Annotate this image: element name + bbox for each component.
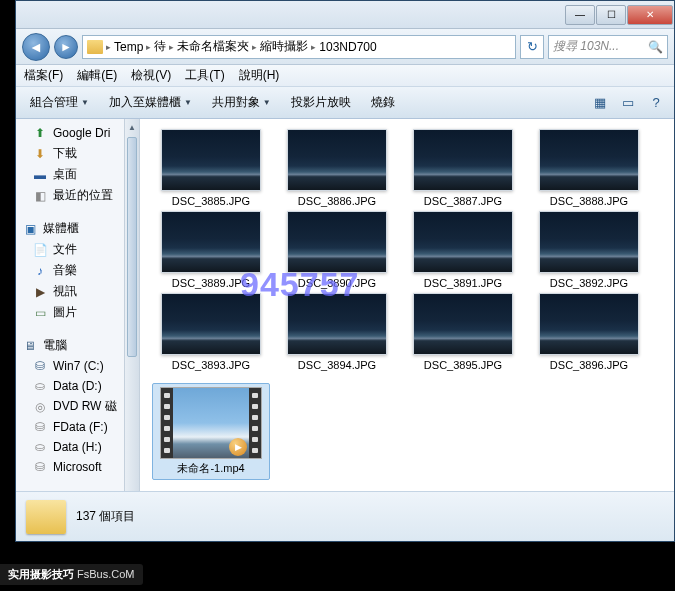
back-button[interactable]: ◄ [22, 33, 50, 61]
explorer-window: — ☐ ✕ ◄ ► ▸ Temp▸ 待▸ 未命名檔案夾▸ 縮時攝影▸ 103ND… [15, 0, 675, 542]
maximize-button[interactable]: ☐ [596, 5, 626, 25]
file-name: DSC_3893.JPG [152, 359, 270, 371]
file-tile[interactable]: DSC_3891.JPG [404, 211, 522, 289]
status-text: 137 個項目 [76, 508, 135, 525]
slideshow-button[interactable]: 投影片放映 [283, 91, 359, 114]
menu-tools[interactable]: 工具(T) [185, 67, 224, 84]
address-bar[interactable]: ▸ Temp▸ 待▸ 未命名檔案夾▸ 縮時攝影▸ 103ND700 [82, 35, 516, 59]
sidebar-scrollbar[interactable]: ▲ ▼ [124, 119, 140, 541]
file-tile[interactable]: DSC_3894.JPG [278, 293, 396, 371]
status-bar: 137 個項目 [16, 491, 674, 541]
sidebar-item-favorite[interactable]: ◧最近的位置 [16, 185, 124, 206]
forward-button[interactable]: ► [54, 35, 78, 59]
file-name: DSC_3886.JPG [278, 195, 396, 207]
breadcrumb[interactable]: Temp [114, 40, 143, 54]
sidebar-item-library[interactable]: ▶視訊 [16, 281, 124, 302]
sidebar-item-drive[interactable]: ◎DVD RW 磁 [16, 396, 124, 417]
sidebar-item-icon: ◧ [32, 188, 48, 204]
breadcrumb-sep: ▸ [106, 42, 111, 52]
search-input[interactable]: 搜尋 103N... 🔍 [548, 35, 668, 59]
breadcrumb[interactable]: 103ND700 [319, 40, 376, 54]
file-tile-video[interactable]: ▶ 未命名-1.mp4 [152, 383, 270, 480]
sidebar-item-label: 文件 [53, 241, 77, 258]
sidebar-item-label: 桌面 [53, 166, 77, 183]
sidebar-item-drive[interactable]: ⛀Data (D:) [16, 376, 124, 396]
sidebar-item-label: 視訊 [53, 283, 77, 300]
scroll-up-icon[interactable]: ▲ [125, 119, 139, 135]
file-name: 未命名-1.mp4 [153, 461, 269, 476]
sidebar-item-favorite[interactable]: ▬桌面 [16, 164, 124, 185]
sidebar-group-libraries[interactable]: ▣ 媒體櫃 [16, 216, 139, 239]
sidebar-group-computer[interactable]: 🖥 電腦 [16, 333, 139, 356]
sidebar-item-library[interactable]: 📄文件 [16, 239, 124, 260]
body: ⬆Google Dri⬇下載▬桌面◧最近的位置 ▣ 媒體櫃 📄文件♪音樂▶視訊▭… [16, 119, 674, 541]
file-tile[interactable]: DSC_3892.JPG [530, 211, 648, 289]
file-grid[interactable]: DSC_3885.JPGDSC_3886.JPGDSC_3887.JPGDSC_… [140, 119, 674, 541]
sidebar-item-library[interactable]: ▭圖片 [16, 302, 124, 323]
sidebar-item-icon: ▭ [32, 305, 48, 321]
organize-button[interactable]: 組合管理▼ [22, 91, 97, 114]
file-tile[interactable]: DSC_3893.JPG [152, 293, 270, 371]
burn-button[interactable]: 燒錄 [363, 91, 403, 114]
file-name: DSC_3894.JPG [278, 359, 396, 371]
refresh-button[interactable]: ↻ [520, 35, 544, 59]
image-thumbnail [161, 293, 261, 355]
sidebar-item-icon: ◎ [32, 399, 48, 415]
sidebar-item-icon: 📄 [32, 242, 48, 258]
image-thumbnail [287, 129, 387, 191]
sidebar-item-icon: ⛁ [32, 358, 48, 374]
corner-badge: 实用摄影技巧 FsBus.CoM [0, 564, 143, 585]
sidebar-item-label: Data (D:) [53, 379, 102, 393]
image-thumbnail [413, 293, 513, 355]
file-tile[interactable]: DSC_3890.JPG [278, 211, 396, 289]
sidebar-item-label: Google Dri [53, 126, 110, 140]
add-to-library-button[interactable]: 加入至媒體櫃▼ [101, 91, 200, 114]
menu-view[interactable]: 檢視(V) [131, 67, 171, 84]
file-tile[interactable]: DSC_3895.JPG [404, 293, 522, 371]
toolbar: 組合管理▼ 加入至媒體櫃▼ 共用對象▼ 投影片放映 燒錄 ▦ ▭ ? [16, 87, 674, 119]
scroll-thumb[interactable] [127, 137, 137, 357]
preview-pane-icon[interactable]: ▭ [616, 91, 640, 115]
video-thumbnail: ▶ [160, 387, 262, 459]
breadcrumb[interactable]: 未命名檔案夾 [177, 38, 249, 55]
sidebar-item-drive[interactable]: ⛀Data (H:) [16, 437, 124, 457]
help-icon[interactable]: ? [644, 91, 668, 115]
file-tile[interactable]: DSC_3889.JPG [152, 211, 270, 289]
file-tile[interactable]: DSC_3885.JPG [152, 129, 270, 207]
sidebar-item-drive[interactable]: ⛁Win7 (C:) [16, 356, 124, 376]
breadcrumb[interactable]: 縮時攝影 [260, 38, 308, 55]
file-tile[interactable]: DSC_3887.JPG [404, 129, 522, 207]
menu-file[interactable]: 檔案(F) [24, 67, 63, 84]
minimize-button[interactable]: — [565, 5, 595, 25]
sidebar-item-drive[interactable]: ⛁Microsoft [16, 457, 124, 477]
sidebar-item-icon: ⛀ [32, 378, 48, 394]
file-name: DSC_3895.JPG [404, 359, 522, 371]
sidebar-item-favorite[interactable]: ⬇下載 [16, 143, 124, 164]
nav-bar: ◄ ► ▸ Temp▸ 待▸ 未命名檔案夾▸ 縮時攝影▸ 103ND700 ↻ … [16, 29, 674, 65]
titlebar: — ☐ ✕ [16, 1, 674, 29]
menu-help[interactable]: 說明(H) [239, 67, 280, 84]
sidebar-item-library[interactable]: ♪音樂 [16, 260, 124, 281]
sidebar-item-drive[interactable]: ⛁FData (F:) [16, 417, 124, 437]
file-name: DSC_3889.JPG [152, 277, 270, 289]
sidebar-item-favorite[interactable]: ⬆Google Dri [16, 123, 124, 143]
share-button[interactable]: 共用對象▼ [204, 91, 279, 114]
file-name: DSC_3888.JPG [530, 195, 648, 207]
sidebar-item-icon: ⬇ [32, 146, 48, 162]
file-tile[interactable]: DSC_3888.JPG [530, 129, 648, 207]
file-tile[interactable]: DSC_3896.JPG [530, 293, 648, 371]
sidebar-item-label: Win7 (C:) [53, 359, 104, 373]
file-name: DSC_3890.JPG [278, 277, 396, 289]
library-icon: ▣ [22, 221, 38, 237]
sidebar-item-icon: ⛁ [32, 459, 48, 475]
view-mode-icon[interactable]: ▦ [588, 91, 612, 115]
computer-icon: 🖥 [22, 338, 38, 354]
image-thumbnail [413, 211, 513, 273]
menu-edit[interactable]: 編輯(E) [77, 67, 117, 84]
file-tile[interactable]: DSC_3886.JPG [278, 129, 396, 207]
close-button[interactable]: ✕ [627, 5, 673, 25]
breadcrumb[interactable]: 待 [154, 38, 166, 55]
image-thumbnail [539, 211, 639, 273]
file-name: DSC_3885.JPG [152, 195, 270, 207]
sidebar-item-icon: ♪ [32, 263, 48, 279]
